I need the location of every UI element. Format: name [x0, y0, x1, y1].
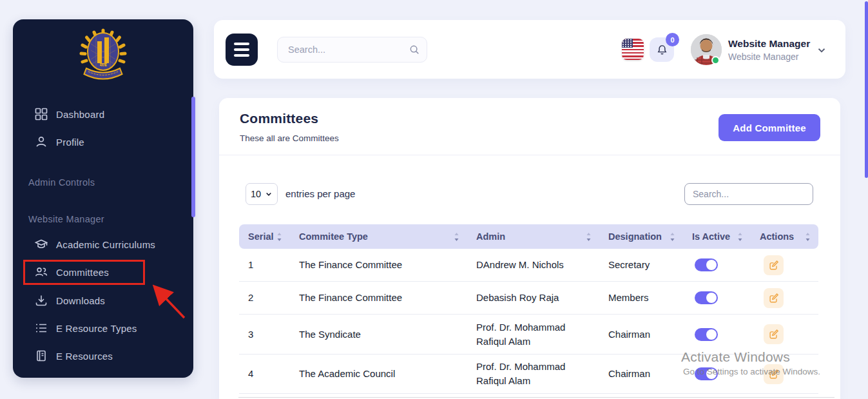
cell-actions [751, 364, 818, 384]
search-icon [409, 44, 420, 55]
chevron-down-icon[interactable] [816, 44, 827, 59]
chevron-down-icon [265, 190, 273, 198]
edit-icon [768, 329, 779, 340]
table-row: 4 The Academic Council Prof. Dr. Mohamma… [239, 355, 818, 394]
list-icon [35, 322, 48, 335]
graduation-cap-icon [35, 238, 48, 251]
edit-icon [768, 260, 779, 271]
sort-icon [737, 232, 743, 242]
sidebar-item-dashboard[interactable]: Dashboard [13, 102, 193, 126]
dashboard-grid-icon [35, 108, 48, 121]
university-logo: CUET [13, 27, 193, 85]
sidebar-scrollbar-thumb[interactable] [191, 97, 195, 217]
sidebar-item-label: Academic Curriculums [56, 239, 155, 250]
column-header-actions[interactable]: Actions [751, 224, 818, 249]
sort-icon [454, 232, 459, 242]
active-toggle[interactable] [695, 328, 718, 341]
online-status-dot [711, 56, 720, 64]
cell-commitee-type: The Academic Council [290, 367, 467, 381]
sidebar-item-label: E Resources [56, 351, 113, 362]
edit-icon [768, 369, 779, 380]
topbar: 0 Website Manager Website Manager [214, 20, 845, 79]
card-divider [219, 155, 840, 155]
cell-commitee-type: The Finance Committee [290, 258, 467, 272]
page-scrollbar-thumb[interactable] [865, 1, 868, 178]
cell-commitee-type: The Finance Committee [290, 291, 467, 305]
viewport-bottom-line [238, 397, 834, 398]
cell-admin: DAndrew M. Nichols [467, 258, 599, 272]
cell-designation: Members [599, 291, 683, 305]
column-header-serial[interactable]: Serial [239, 224, 290, 249]
notification-count-badge: 0 [666, 33, 679, 46]
cell-serial: 2 [239, 291, 290, 305]
table-row: 2 The Finance Committee Debasish Roy Raj… [239, 282, 818, 315]
sidebar: CUET Dashboard Profile Admin Controls We… [13, 19, 193, 378]
user-role: Website Manager [728, 52, 798, 62]
svg-text:CUET: CUET [99, 64, 108, 67]
cell-admin: Prof. Dr. Mohammad Rafiqul Alam [467, 320, 599, 349]
sidebar-item-label: Committees [56, 267, 109, 278]
column-header-admin[interactable]: Admin [467, 224, 599, 249]
sidebar-item-e-resources[interactable]: E Resources [13, 344, 193, 367]
page-subtitle: These all are Committees [240, 133, 339, 143]
sidebar-item-profile[interactable]: Profile [13, 130, 193, 153]
cell-actions [751, 288, 818, 308]
flag-canton [622, 39, 633, 48]
user-name: Website Manager [728, 38, 810, 50]
page-title: Committees [240, 111, 318, 126]
sidebar-item-label: Profile [56, 137, 84, 148]
cell-is-active [683, 367, 751, 380]
people-icon [35, 266, 48, 278]
cell-is-active [683, 328, 751, 341]
global-search [277, 37, 427, 63]
cell-is-active [683, 258, 751, 271]
sort-icon [586, 232, 592, 242]
sidebar-section-website-manager: Website Manager [13, 208, 193, 231]
sidebar-item-downloads[interactable]: Downloads [13, 289, 193, 312]
sidebar-item-e-resource-types[interactable]: E Resource Types [13, 316, 193, 340]
bell-icon [656, 44, 668, 56]
book-icon [35, 349, 48, 362]
add-committee-button[interactable]: Add Committee [719, 114, 820, 141]
active-toggle[interactable] [695, 258, 718, 271]
sidebar-item-committees[interactable]: Committees [13, 260, 193, 284]
global-search-input[interactable] [288, 44, 409, 55]
sidebar-item-label: Dashboard [56, 109, 104, 120]
cell-actions [751, 255, 818, 275]
committees-table: Serial Commitee Type Admin Designation [239, 224, 818, 394]
sort-icon [805, 232, 811, 242]
cell-commitee-type: The Syndicate [290, 327, 467, 342]
cell-actions [751, 324, 818, 344]
menu-toggle-button[interactable] [226, 34, 258, 66]
entries-per-page-select[interactable]: 10 [246, 183, 278, 205]
profile-icon [35, 135, 48, 148]
cell-serial: 3 [239, 327, 290, 342]
committees-card: Committees These all are Committees Add … [219, 98, 840, 399]
table-row: 3 The Syndicate Prof. Dr. Mohammad Rafiq… [239, 315, 818, 355]
edit-button[interactable] [764, 364, 784, 384]
edit-button[interactable] [764, 324, 784, 344]
edit-button[interactable] [764, 288, 784, 308]
language-flag-button[interactable] [622, 39, 644, 60]
sidebar-item-academic-curriculums[interactable]: Academic Curriculums [13, 233, 193, 256]
table-search-input[interactable] [684, 183, 813, 205]
active-toggle[interactable] [695, 367, 718, 380]
cell-admin: Debasish Roy Raja [467, 291, 599, 305]
column-header-is-active[interactable]: Is Active [683, 224, 751, 249]
active-toggle[interactable] [695, 291, 718, 304]
cell-serial: 1 [239, 258, 290, 272]
app: { "colors": { "accent": "#6c66f2", "side… [0, 0, 868, 399]
cell-designation: Secretary [599, 258, 683, 272]
sort-icon [276, 232, 282, 242]
cell-is-active [683, 291, 751, 304]
table-header-row: Serial Commitee Type Admin Designation [239, 224, 818, 249]
sort-icon [670, 232, 675, 242]
column-header-designation[interactable]: Designation [599, 224, 683, 249]
sidebar-item-label: E Resource Types [56, 323, 137, 334]
sidebar-section-admin-controls: Admin Controls [13, 171, 193, 194]
cell-designation: Chairman [599, 367, 683, 381]
download-icon [35, 294, 48, 307]
cell-admin: Prof. Dr. Mohammad Rafiqul Alam [467, 360, 599, 388]
edit-button[interactable] [764, 255, 784, 275]
column-header-commitee-type[interactable]: Commitee Type [290, 224, 467, 249]
